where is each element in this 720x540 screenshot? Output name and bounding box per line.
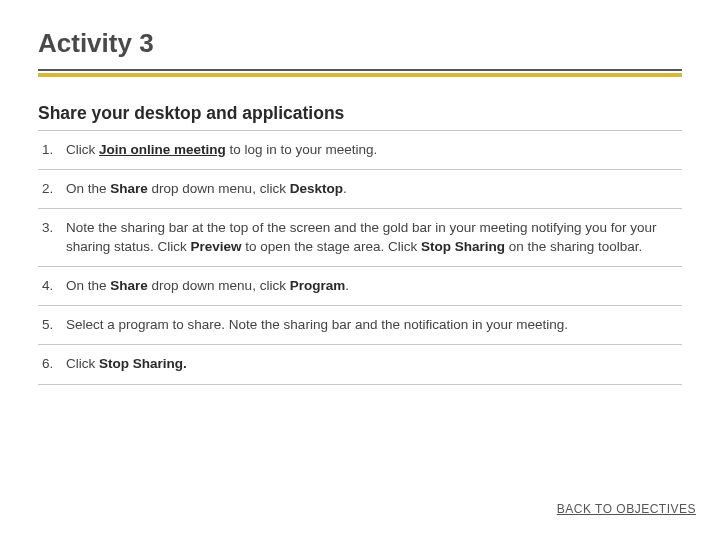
term-stop-sharing: Stop Sharing.	[99, 356, 187, 371]
step-item: On the Share drop down menu, click Progr…	[38, 267, 682, 306]
step-text: Click	[66, 142, 99, 157]
step-item: On the Share drop down menu, click Deskt…	[38, 170, 682, 209]
step-text: On the	[66, 181, 110, 196]
term-stop-sharing: Stop Sharing	[421, 239, 505, 254]
step-text: Select a program to share. Note the shar…	[66, 317, 568, 332]
term-program: Program	[290, 278, 346, 293]
back-to-objectives-link[interactable]: BACK TO OBJECTIVES	[557, 502, 696, 516]
step-text: .	[345, 278, 349, 293]
step-text: .	[343, 181, 347, 196]
step-text: to log in to your meeting.	[226, 142, 378, 157]
step-text: to open the stage area. Click	[242, 239, 421, 254]
step-text: Click	[66, 356, 99, 371]
term-share: Share	[110, 181, 148, 196]
step-item: Click Join online meeting to log in to y…	[38, 131, 682, 170]
divider-dark	[38, 69, 682, 71]
term-preview: Preview	[191, 239, 242, 254]
slide-content: Activity 3 Share your desktop and applic…	[0, 0, 720, 385]
step-item: Click Stop Sharing.	[38, 345, 682, 384]
step-text: drop down menu, click	[148, 278, 290, 293]
section-subtitle: Share your desktop and applications	[38, 103, 682, 131]
step-text: On the	[66, 278, 110, 293]
divider-gold	[38, 73, 682, 77]
step-item: Note the sharing bar at the top of the s…	[38, 209, 682, 266]
step-item: Select a program to share. Note the shar…	[38, 306, 682, 345]
link-join-meeting[interactable]: Join online meeting	[99, 142, 226, 157]
page-title: Activity 3	[38, 28, 682, 59]
step-text: drop down menu, click	[148, 181, 290, 196]
term-share: Share	[110, 278, 148, 293]
step-text: on the sharing toolbar.	[505, 239, 642, 254]
steps-list: Click Join online meeting to log in to y…	[38, 131, 682, 385]
term-desktop: Desktop	[290, 181, 343, 196]
